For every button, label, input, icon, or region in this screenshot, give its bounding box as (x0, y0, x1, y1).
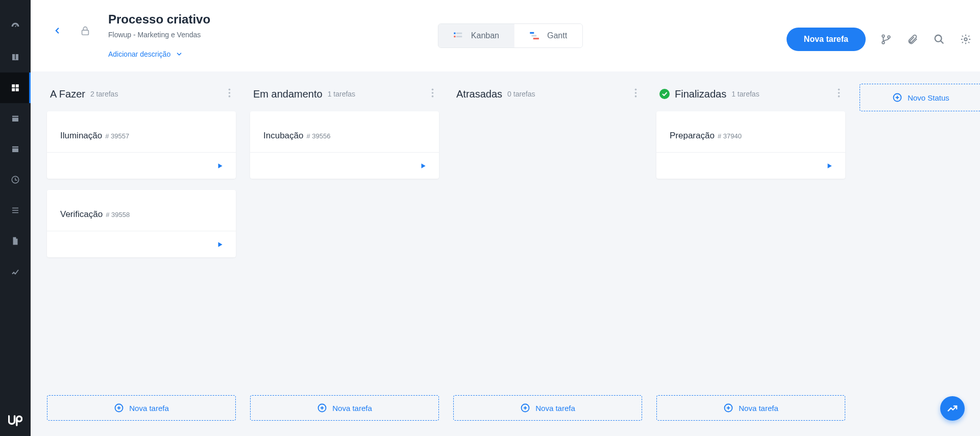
kanban-board: A Fazer2 tarefasIluminação# 39557Verific… (31, 71, 980, 436)
play-button[interactable] (216, 162, 224, 169)
sidebar-item-calendar[interactable] (0, 134, 31, 164)
svg-rect-5 (530, 32, 534, 34)
grid-icon (11, 83, 20, 92)
column-menu-button[interactable] (429, 86, 436, 102)
breadcrumb[interactable]: Flowup - Marketing e Vendas (108, 31, 210, 39)
task-card-footer (656, 152, 845, 179)
add-task-button[interactable]: Nova tarefa (250, 395, 439, 421)
paperclip-icon (907, 34, 918, 45)
lock-icon (80, 25, 91, 36)
add-task-label: Nova tarefa (332, 404, 372, 413)
plus-circle-icon (317, 403, 327, 413)
svg-point-14 (229, 89, 231, 91)
plus-circle-icon (520, 403, 530, 413)
task-card[interactable]: Iluminação# 39557 (47, 111, 236, 179)
svg-rect-7 (533, 38, 539, 39)
svg-rect-2 (456, 33, 462, 34)
sidebar-item-grid[interactable] (0, 72, 31, 103)
back-button[interactable] (49, 22, 65, 39)
play-icon (216, 241, 224, 248)
sidebar-item-list[interactable] (0, 195, 31, 226)
play-button[interactable] (216, 241, 224, 248)
column-header: Atrasadas0 tarefas (453, 84, 642, 111)
task-card[interactable]: Preparação# 37940 (656, 111, 845, 179)
add-task-button[interactable]: Nova tarefa (453, 395, 642, 421)
column-count: 2 tarefas (90, 90, 118, 98)
dashboard-icon (10, 21, 20, 32)
svg-point-11 (935, 35, 942, 42)
kanban-column: Finalizadas1 tarefasPreparação# 37940Nov… (656, 84, 845, 421)
new-status-button[interactable]: Novo Status (860, 84, 980, 111)
app-logo[interactable] (0, 405, 31, 436)
play-button[interactable] (826, 162, 833, 169)
page-header: Processo criativo Flowup - Marketing e V… (31, 0, 980, 71)
column-header: Finalizadas1 tarefas (656, 84, 845, 111)
task-card-body: Preparação# 37940 (656, 111, 845, 152)
privacy-lock[interactable] (75, 20, 96, 41)
branch-button[interactable] (880, 33, 892, 45)
new-task-button[interactable]: Nova tarefa (787, 28, 866, 51)
dots-vertical-icon (228, 88, 231, 98)
svg-point-33 (838, 92, 840, 94)
dots-vertical-icon (634, 88, 637, 98)
calendar-icon (11, 144, 20, 154)
column-header: Em andamento1 tarefas (250, 84, 439, 111)
settings-button[interactable] (960, 33, 972, 45)
task-card[interactable]: Verificação# 39558 (47, 190, 236, 257)
chart-icon (11, 267, 20, 276)
sidebar-item-book[interactable] (0, 42, 31, 72)
calendar-range-icon (11, 114, 20, 123)
svg-point-13 (964, 38, 967, 41)
list-icon (11, 206, 20, 215)
task-title: Verificação (60, 209, 103, 220)
tab-gantt[interactable]: Gantt (514, 24, 582, 47)
task-id: # 39558 (106, 211, 130, 219)
sidebar-item-document[interactable] (0, 226, 31, 256)
add-task-button[interactable]: Nova tarefa (656, 395, 845, 421)
task-card-footer (250, 152, 439, 179)
column-cards: Incubação# 39556 (250, 111, 439, 179)
column-cards: Preparação# 37940 (656, 111, 845, 179)
column-title: Finalizadas (675, 88, 726, 100)
sidebar-item-clock[interactable] (0, 164, 31, 195)
fab-reports[interactable] (940, 396, 965, 421)
up-logo-icon (8, 415, 22, 426)
column-title: Em andamento (253, 88, 323, 100)
clock-icon (11, 175, 20, 184)
task-id: # 39556 (306, 132, 330, 140)
task-card-body: Incubação# 39556 (250, 111, 439, 152)
play-icon (826, 162, 833, 169)
chevron-down-icon (176, 51, 183, 58)
tab-kanban-label: Kanban (471, 31, 499, 40)
add-description-label: Adicionar descrição (108, 50, 170, 58)
add-description-link[interactable]: Adicionar descrição (108, 50, 210, 58)
sidebar-item-calendar-range[interactable] (0, 103, 31, 134)
task-card[interactable]: Incubação# 39556 (250, 111, 439, 179)
search-button[interactable] (933, 33, 945, 45)
play-button[interactable] (420, 162, 427, 169)
task-card-footer (47, 231, 236, 257)
column-title: Atrasadas (456, 88, 502, 100)
gear-icon (960, 34, 971, 45)
check-circle-icon (659, 89, 670, 99)
add-task-button[interactable]: Nova tarefa (47, 395, 236, 421)
svg-point-9 (882, 41, 885, 44)
play-icon (216, 162, 224, 169)
task-card-body: Iluminação# 39557 (47, 111, 236, 152)
attachments-button[interactable] (906, 33, 919, 45)
column-menu-button[interactable] (226, 86, 233, 102)
svg-rect-6 (532, 35, 537, 36)
sidebar-item-chart[interactable] (0, 256, 31, 287)
svg-point-8 (882, 35, 885, 37)
task-title: Iluminação (60, 131, 102, 141)
tab-kanban[interactable]: Kanban (438, 24, 514, 47)
column-menu-button[interactable] (836, 86, 842, 102)
header-actions: Nova tarefa (787, 28, 972, 51)
page-title: Processo criativo (108, 12, 210, 27)
plus-circle-icon (114, 403, 124, 413)
column-menu-button[interactable] (632, 86, 639, 102)
plus-circle-icon (892, 92, 902, 103)
sidebar-item-dashboard[interactable] (0, 11, 31, 42)
chevron-left-icon (53, 26, 62, 35)
svg-point-16 (229, 95, 231, 98)
